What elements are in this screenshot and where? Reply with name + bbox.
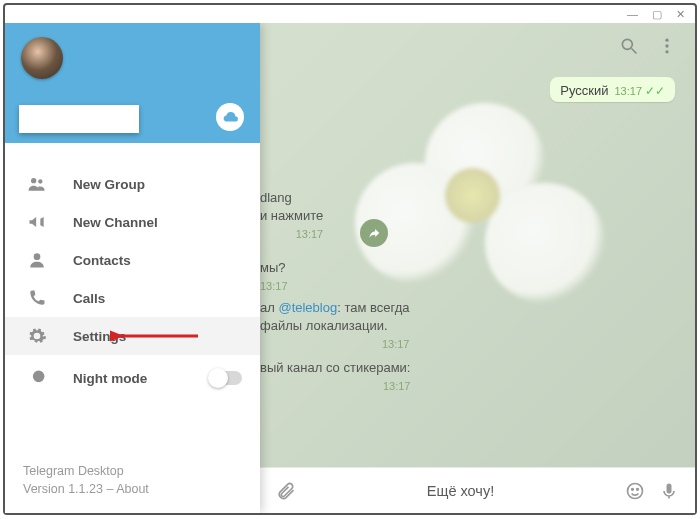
menu-contacts[interactable]: Contacts xyxy=(5,241,260,279)
night-mode-toggle[interactable] xyxy=(210,371,242,385)
forward-arrow-icon xyxy=(367,226,381,240)
message-text: Русский xyxy=(560,83,608,98)
read-checks-icon: ✓✓ xyxy=(645,84,665,98)
drawer-header xyxy=(5,23,260,143)
phone-icon xyxy=(27,288,47,308)
app-name: Telegram Desktop xyxy=(23,462,242,481)
drawer-menu: New Group New Channel Contacts Calls Set… xyxy=(5,143,260,462)
drawer-footer: Telegram Desktop Version 1.1.23 – About xyxy=(5,462,260,514)
svg-point-2 xyxy=(34,253,41,260)
message-bubble-out[interactable]: Русский 13:17 ✓✓ xyxy=(550,77,675,102)
svg-point-11 xyxy=(637,488,639,490)
menu-night-mode[interactable]: Night mode xyxy=(5,359,260,397)
messages: Русский 13:17 ✓✓ dlang и нажмите 13:17 м… xyxy=(260,69,695,89)
app-version-line: Version 1.1.23 – About xyxy=(23,480,242,499)
menu-new-group[interactable]: New Group xyxy=(5,165,260,203)
close-button[interactable]: ✕ xyxy=(676,8,685,21)
annotation-arrow xyxy=(110,324,200,348)
attach-icon[interactable] xyxy=(276,481,296,501)
svg-line-5 xyxy=(632,49,637,54)
more-icon[interactable] xyxy=(657,36,677,56)
message-input[interactable]: Ещё хочу! xyxy=(310,483,611,499)
emoji-icon[interactable] xyxy=(625,481,645,501)
microphone-icon[interactable] xyxy=(659,481,679,501)
search-icon[interactable] xyxy=(619,36,639,56)
account-name-box[interactable] xyxy=(19,105,139,133)
svg-point-7 xyxy=(665,44,668,47)
message-time: 13:17 xyxy=(614,85,642,97)
message-fragment: вый канал со стикерами: 13:17 xyxy=(260,359,410,395)
message-fragment: dlang и нажмите 13:17 xyxy=(260,189,323,243)
svg-point-0 xyxy=(31,178,36,183)
saved-messages-button[interactable] xyxy=(216,103,244,131)
cloud-icon xyxy=(221,111,239,123)
svg-rect-12 xyxy=(667,483,672,493)
minimize-button[interactable]: — xyxy=(627,8,638,20)
chat-area: Русский 13:17 ✓✓ dlang и нажмите 13:17 м… xyxy=(260,23,695,513)
window: — ▢ ✕ New Group xyxy=(3,3,697,515)
avatar[interactable] xyxy=(21,37,63,79)
menu-label: Contacts xyxy=(73,253,131,268)
menu-calls[interactable]: Calls xyxy=(5,279,260,317)
svg-point-6 xyxy=(665,39,668,42)
svg-point-1 xyxy=(38,179,42,183)
maximize-button[interactable]: ▢ xyxy=(652,8,662,21)
group-icon xyxy=(27,174,47,194)
svg-point-4 xyxy=(622,39,632,49)
menu-new-channel[interactable]: New Channel xyxy=(5,203,260,241)
message-input-bar: Ещё хочу! xyxy=(260,467,695,513)
about-link[interactable]: About xyxy=(116,482,149,496)
menu-label: Night mode xyxy=(73,371,147,386)
gear-icon xyxy=(27,326,47,346)
svg-point-9 xyxy=(628,483,643,498)
menu-label: New Channel xyxy=(73,215,158,230)
menu-label: Calls xyxy=(73,291,105,306)
menu-label: New Group xyxy=(73,177,145,192)
menu-settings[interactable]: Settings xyxy=(5,317,260,355)
chat-header xyxy=(260,23,695,69)
moon-icon xyxy=(27,368,47,388)
forward-button[interactable] xyxy=(360,219,388,247)
person-icon xyxy=(27,250,47,270)
svg-point-10 xyxy=(632,488,634,490)
message-fragment: ал @teleblog: там всегда файлы локализац… xyxy=(260,299,409,353)
titlebar: — ▢ ✕ xyxy=(5,5,695,23)
svg-point-8 xyxy=(665,50,668,53)
message-fragment: мы? 13:17 xyxy=(260,259,288,295)
mention-link[interactable]: @teleblog xyxy=(278,300,337,315)
main-menu-drawer: New Group New Channel Contacts Calls Set… xyxy=(5,23,260,513)
megaphone-icon xyxy=(27,212,47,232)
